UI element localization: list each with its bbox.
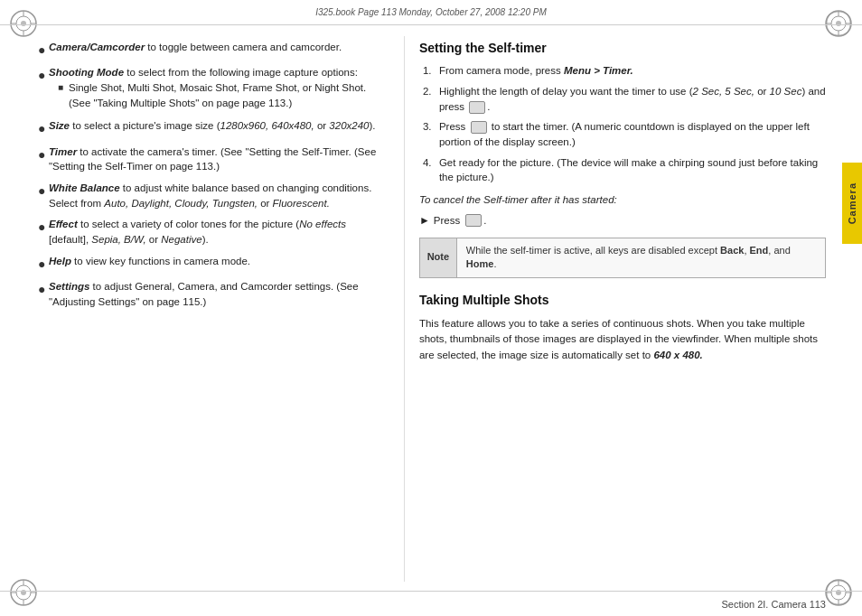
press-label-text: Press	[434, 213, 460, 229]
bullet-settings-text: Settings to adjust General, Camera, and …	[49, 279, 388, 309]
bullet-help-text: Help to view key functions in camera mod…	[49, 254, 388, 269]
bullet-dot: ●	[38, 255, 49, 273]
button-icon-2	[471, 121, 487, 134]
italic-wb-options: Auto, Daylight, Cloudy, Tungsten,	[104, 198, 258, 209]
bullet-size: ● Size to select a picture's image size …	[38, 118, 388, 137]
step-1: 1. From camera mode, press Menu > Timer.	[423, 63, 826, 79]
header-text: I325.book Page 113 Monday, October 27, 2…	[315, 7, 547, 17]
bullet-effect: ● Effect to select a variety of color to…	[38, 217, 388, 247]
step-1-text: From camera mode, press Menu > Timer.	[439, 63, 826, 79]
bullet-dot: ●	[38, 41, 49, 59]
bullet-timer: ● Timer to activate the camera's timer. …	[38, 145, 388, 174]
bullet-dot: ●	[38, 145, 49, 163]
bold-italic-settings: Settings	[49, 281, 89, 292]
bold-italic-timer: Timer	[49, 146, 77, 157]
menu-timer-text: Menu > Timer.	[564, 65, 633, 76]
italic-sepia: Sepia, B/W,	[91, 234, 145, 245]
bullet-timer-text: Timer to activate the camera's timer. (S…	[49, 145, 388, 174]
italic-no-effects: No effects	[299, 219, 346, 229]
bullet-camera-camcorder-text: Camera/Camcorder to toggle between camer…	[49, 40, 388, 55]
cancel-italic-text: To cancel the Self-timer after it has st…	[419, 194, 617, 205]
italic-resolution: 1280x960, 640x480,	[220, 120, 314, 131]
italic-resolution2: 320x240	[329, 120, 369, 131]
cancel-label: To cancel the Self-timer after it has st…	[419, 192, 826, 208]
step-1-num: 1.	[423, 63, 439, 79]
bullet-white-balance-text: White Balance to adjust white balance ba…	[49, 181, 388, 210]
self-timer-heading: Setting the Self-timer	[419, 40, 826, 56]
italic-negative: Negative	[161, 234, 201, 245]
step-2: 2. Highlight the length of delay you wan…	[423, 84, 826, 114]
footer-text: Section 2I. Camera 113	[721, 599, 826, 610]
camera-tab: Camera	[842, 163, 862, 244]
button-icon-cancel	[465, 214, 482, 227]
bullet-settings: ● Settings to adjust General, Camera, an…	[38, 279, 388, 309]
bullet-effect-text: Effect to select a variety of color tone…	[49, 217, 388, 247]
bullet-help: ● Help to view key functions in camera m…	[38, 254, 388, 273]
right-column: Setting the Self-timer 1. From camera mo…	[405, 27, 842, 591]
note-box: Note While the self-timer is active, all…	[419, 238, 826, 278]
bold-italic-help: Help	[49, 256, 71, 266]
note-bold-end: End	[750, 245, 769, 256]
step-2-text: Highlight the length of delay you want t…	[439, 84, 826, 114]
step-4-num: 4.	[423, 155, 439, 171]
arrow-icon: ►	[419, 213, 430, 229]
step-4-text: Get ready for the picture. (The device w…	[439, 155, 826, 185]
step-2-num: 2.	[423, 84, 439, 99]
bullet-dot: ●	[38, 280, 49, 298]
sub-bullet-shots: ■ Single Shot, Multi Shot, Mosaic Shot, …	[58, 80, 388, 110]
bullet-size-text: Size to select a picture's image size (1…	[49, 118, 388, 134]
bold-italic-camera-camcorder: Camera/Camcorder	[49, 42, 145, 52]
note-text: While the self-timer is active, all keys…	[457, 238, 825, 277]
footer-bar: Section 2I. Camera 113	[0, 591, 862, 616]
step-3-num: 3.	[423, 119, 439, 135]
italic-fluorescent: Fluorescent.	[273, 198, 330, 209]
bullet-dot: ●	[38, 66, 49, 84]
note-bold-home: Home	[466, 258, 494, 269]
bullet-white-balance: ● White Balance to adjust white balance …	[38, 181, 388, 210]
note-label: Note	[420, 238, 457, 277]
step-3-text: Press to start the timer. (A numeric cou…	[439, 119, 826, 149]
left-column: ● Camera/Camcorder to toggle between cam…	[0, 27, 404, 591]
header-bar: I325.book Page 113 Monday, October 27, 2…	[0, 0, 862, 25]
italic-delay-options: 2 Sec, 5 Sec,	[693, 86, 754, 97]
bold-italic-effect: Effect	[49, 219, 78, 229]
sub-bullet-dot: ■	[58, 81, 69, 95]
bullet-shooting-mode-text: Shooting Mode to select from the followi…	[49, 65, 388, 112]
press-period: .	[483, 213, 486, 229]
press-line: ► Press .	[419, 213, 826, 229]
step-4: 4. Get ready for the picture. (The devic…	[423, 155, 826, 185]
side-tab-label: Camera	[847, 182, 857, 224]
button-icon-1	[469, 101, 485, 114]
self-timer-steps: 1. From camera mode, press Menu > Timer.…	[423, 63, 826, 185]
bullet-camera-camcorder: ● Camera/Camcorder to toggle between cam…	[38, 40, 388, 59]
bold-italic-white-balance: White Balance	[49, 182, 120, 193]
italic-640x480: 640 x 480.	[653, 350, 702, 360]
note-bold-back: Back	[720, 245, 744, 256]
bold-italic-shooting-mode: Shooting Mode	[49, 67, 124, 78]
multiple-shots-text: This feature allows you to take a series…	[419, 316, 826, 363]
multiple-shots-heading: Taking Multiple Shots	[419, 291, 826, 309]
main-content: ● Camera/Camcorder to toggle between cam…	[0, 27, 842, 591]
bullet-dot: ●	[38, 119, 49, 137]
bullet-dot: ●	[38, 182, 49, 200]
bullet-dot: ●	[38, 218, 49, 236]
bullet-shooting-mode: ● Shooting Mode to select from the follo…	[38, 65, 388, 112]
sub-bullet-shots-text: Single Shot, Multi Shot, Mosaic Shot, Fr…	[69, 80, 388, 110]
step-3: 3. Press to start the timer. (A numeric …	[423, 119, 826, 149]
bold-italic-size: Size	[49, 120, 70, 131]
italic-10sec: 10 Sec	[770, 86, 802, 97]
